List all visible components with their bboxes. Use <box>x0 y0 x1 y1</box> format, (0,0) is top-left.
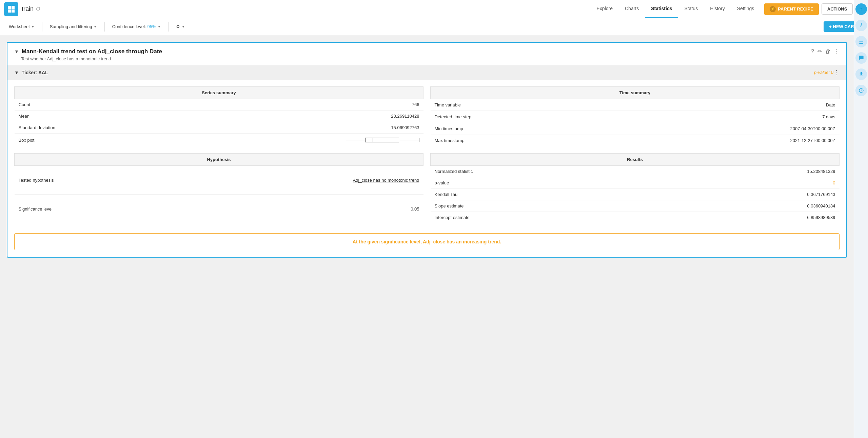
time-var-value: Date <box>617 99 839 111</box>
results-table: Results Normalized statistic 15.20848132… <box>430 153 840 223</box>
parent-recipe-button[interactable]: ⚡ PARENT RECIPE <box>764 3 819 15</box>
card-header-actions: ? ✏ 🗑 ⋮ <box>811 48 840 55</box>
time-step-label: Detected time step <box>431 111 618 123</box>
intercept-label: Intercept estimate <box>431 212 660 223</box>
table-row: Box plot <box>15 134 423 147</box>
time-step-value: 7 days <box>617 111 839 123</box>
pvalue-value: 0 <box>660 177 840 189</box>
gear-icon: ⚙ <box>176 24 180 29</box>
separator-1 <box>42 22 42 32</box>
help-icon[interactable]: ? <box>811 48 814 55</box>
sampling-caret: ▼ <box>94 25 97 28</box>
boxplot-right-cap <box>419 138 419 142</box>
section-collapse-icon[interactable]: ▼ <box>14 70 19 75</box>
sidebar-add-icon[interactable]: + <box>855 3 867 15</box>
table-row: Mean 23.269118428 <box>15 111 423 122</box>
svg-rect-0 <box>8 6 11 9</box>
norm-stat-label: Normalized statistic <box>431 166 660 177</box>
statistics-card: ▼ Mann-Kendall trend test on Adj_close t… <box>7 42 847 258</box>
tested-hypo-value: Adj_close has no monotonic trend <box>165 166 423 195</box>
delete-icon[interactable]: 🗑 <box>825 48 831 55</box>
nav-statistics[interactable]: Statistics <box>645 0 678 18</box>
section-header: ▼ Ticker: AAL p-value: 0 ⋮ <box>7 65 846 80</box>
table-row: Tested hypothesis Adj_close has no monot… <box>15 166 423 195</box>
table-row: Time variable Date <box>431 99 840 111</box>
settings-button[interactable]: ⚙ ▼ <box>173 22 188 31</box>
count-value: 766 <box>158 99 423 111</box>
table-row: Min timestamp 2007-04-30T00:00:00Z <box>431 123 840 135</box>
sidebar-clock-icon[interactable] <box>855 85 867 96</box>
table-row: Standard deviation 15.069092763 <box>15 122 423 134</box>
kendall-tau-value: 0.3671769143 <box>660 189 840 200</box>
svg-rect-3 <box>12 9 15 13</box>
content-area: ▼ Mann-Kendall trend test on Adj_close t… <box>0 35 854 264</box>
table-row: Detected time step 7 days <box>431 111 840 123</box>
norm-stat-value: 15.208481329 <box>660 166 840 177</box>
nav-status[interactable]: Status <box>678 0 704 18</box>
page-wrapper: ▼ Mann-Kendall trend test on Adj_close t… <box>0 35 868 264</box>
sidebar-chat-icon[interactable] <box>855 52 867 64</box>
series-summary-table: Series summary Count 766 Mean 23.2691184… <box>14 86 423 146</box>
boxplot-median <box>373 138 373 142</box>
worksheet-button[interactable]: Worksheet ▼ <box>5 22 38 31</box>
sidebar-download-icon[interactable] <box>855 68 867 80</box>
time-var-label: Time variable <box>431 99 618 111</box>
edit-icon[interactable]: ✏ <box>817 48 822 55</box>
stddev-value: 15.069092763 <box>158 122 423 134</box>
table-row: Count 766 <box>15 99 423 111</box>
mean-label: Mean <box>15 111 158 122</box>
main-content: ▼ Mann-Kendall trend test on Adj_close t… <box>0 35 854 264</box>
nav-charts[interactable]: Charts <box>619 0 645 18</box>
mean-value: 23.269118428 <box>158 111 423 122</box>
boxplot-cell <box>158 134 423 147</box>
count-label: Count <box>15 99 158 111</box>
more-icon[interactable]: ⋮ <box>834 48 840 55</box>
kendall-tau-label: Kendall Tau <box>431 189 660 200</box>
result-message-box: At the given significance level, Adj_clo… <box>14 233 840 250</box>
parent-recipe-icon: ⚡ <box>770 6 776 12</box>
hypothesis-table: Hypothesis Tested hypothesis Adj_close h… <box>14 153 423 223</box>
boxplot <box>162 137 419 143</box>
separator-2 <box>104 22 105 32</box>
nav-history[interactable]: History <box>704 0 731 18</box>
boxplot-label: Box plot <box>15 134 158 147</box>
separator-3 <box>168 22 169 32</box>
series-summary-header: Series summary <box>15 87 423 99</box>
actions-button[interactable]: ACTIONS <box>822 3 853 15</box>
card-collapse-icon[interactable]: ▼ <box>14 49 19 54</box>
table-row: Kendall Tau 0.3671769143 <box>431 189 840 200</box>
intercept-value: 6.8598989539 <box>660 212 840 223</box>
worksheet-caret: ▼ <box>31 25 35 28</box>
top-nav: train ⏱ Explore Charts Statistics Status… <box>0 0 868 18</box>
svg-rect-1 <box>12 6 15 9</box>
stddev-label: Standard deviation <box>15 122 158 134</box>
section-menu-icon[interactable]: ⋮ <box>833 69 840 76</box>
slope-value: 0.0360940184 <box>660 200 840 212</box>
min-ts-label: Min timestamp <box>431 123 618 135</box>
card-title: ▼ Mann-Kendall trend test on Adj_close t… <box>14 48 808 55</box>
max-ts-value: 2021-12-27T00:00:00Z <box>617 135 839 146</box>
table-row: Normalized statistic 15.208481329 <box>431 166 840 177</box>
table-row: Max timestamp 2021-12-27T00:00:00Z <box>431 135 840 146</box>
sidebar-list-icon[interactable]: ☰ <box>855 36 867 47</box>
app-logo[interactable] <box>4 2 18 16</box>
min-ts-value: 2007-04-30T00:00:00Z <box>617 123 839 135</box>
section-title: ▼ Ticker: AAL <box>14 70 814 75</box>
sidebar-info-icon[interactable]: i <box>855 20 867 31</box>
table-row: Slope estimate 0.0360940184 <box>431 200 840 212</box>
right-sidebar: + i ☰ <box>854 0 868 264</box>
table-row: Significance level 0.05 <box>15 195 423 223</box>
sampling-button[interactable]: Sampling and filtering ▼ <box>46 22 100 31</box>
tested-hypo-label: Tested hypothesis <box>15 166 165 195</box>
card-header-left: ▼ Mann-Kendall trend test on Adj_close t… <box>14 48 808 61</box>
table-row: Intercept estimate 6.8598989539 <box>431 212 840 223</box>
sig-level-label: Significance level <box>15 195 165 223</box>
nav-settings[interactable]: Settings <box>731 0 761 18</box>
time-summary-table: Time summary Time variable Date Detected… <box>430 86 840 146</box>
confidence-button[interactable]: Confidence level: 95% ▼ <box>109 22 164 31</box>
slope-label: Slope estimate <box>431 200 660 212</box>
nav-explore[interactable]: Explore <box>591 0 619 18</box>
card-header: ▼ Mann-Kendall trend test on Adj_close t… <box>7 43 846 65</box>
boxplot-right-whisker <box>399 140 419 140</box>
svg-rect-2 <box>8 9 11 13</box>
